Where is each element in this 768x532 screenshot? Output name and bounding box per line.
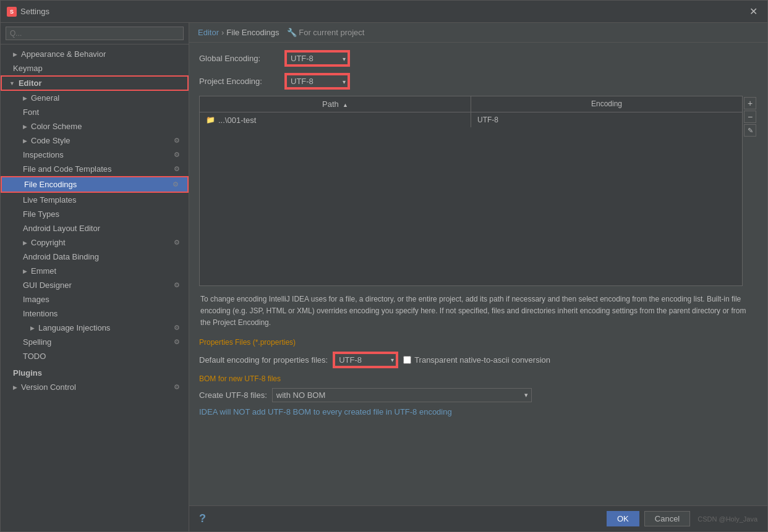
sidebar-item-plugins[interactable]: Plugins xyxy=(1,366,189,380)
sidebar-item-label: Live Templates xyxy=(23,195,76,205)
col-encoding-header: Encoding xyxy=(471,96,742,112)
expand-icon: ▶ xyxy=(13,51,17,57)
expand-icon: ▶ xyxy=(23,95,27,101)
global-encoding-select-wrapper: UTF-8 ISO-8859-1 UTF-16 xyxy=(284,50,350,67)
sidebar-item-font[interactable]: Font xyxy=(1,105,189,119)
edit-row-button[interactable]: ✎ xyxy=(744,124,756,137)
sidebar-item-label: Spelling xyxy=(23,337,51,347)
default-encoding-select-wrapper: UTF-8 ISO-8859-1 UTF-16 xyxy=(333,352,398,368)
sidebar-item-label: Version Control xyxy=(21,382,76,392)
sidebar-item-file-types[interactable]: File Types xyxy=(1,207,189,221)
sidebar-item-spelling[interactable]: Spelling ⚙ xyxy=(1,335,189,349)
help-button[interactable]: ? xyxy=(199,512,206,525)
sidebar-item-intentions[interactable]: Intentions xyxy=(1,306,189,321)
create-utf8-select-wrapper: with NO BOM with BOM xyxy=(272,388,532,402)
sidebar-section-main: ▶ Appearance & Behavior Keymap ▼ Editor … xyxy=(1,44,189,397)
for-project-icon: 🔧 xyxy=(287,28,297,37)
sidebar-item-label: Android Data Binding xyxy=(23,252,99,261)
config-icon2: ⚙ xyxy=(173,165,181,174)
bottom-bar: ? OK Cancel CSDN @Holy_Java xyxy=(189,505,767,531)
default-encoding-select[interactable]: UTF-8 ISO-8859-1 UTF-16 xyxy=(334,353,397,367)
close-button[interactable]: ✕ xyxy=(746,4,761,19)
settings-icon: ⚙ xyxy=(173,137,181,145)
folder-icon: 📁 xyxy=(206,116,215,124)
add-row-button[interactable]: + xyxy=(744,97,756,109)
encoding-table-wrapper: Path ▲ Encoding 📁 ...\001-test xyxy=(199,96,757,293)
project-encoding-select[interactable]: UTF-8 ISO-8859-1 UTF-16 xyxy=(286,74,349,88)
ok-button[interactable]: OK xyxy=(607,511,639,526)
sidebar-item-editor[interactable]: ▼ Editor xyxy=(1,75,189,91)
sidebar-item-live-templates[interactable]: Live Templates xyxy=(1,193,189,207)
breadcrumb-parent[interactable]: Editor xyxy=(198,28,219,37)
sidebar-item-label: Intentions xyxy=(23,309,58,318)
create-utf8-label: Create UTF-8 files: xyxy=(199,391,267,400)
transparent-checkbox-label[interactable]: Transparent native-to-ascii conversion xyxy=(403,355,550,365)
sidebar-item-label: File and Code Templates xyxy=(23,164,112,174)
sidebar-item-file-code-templates[interactable]: File and Code Templates ⚙ xyxy=(1,162,189,176)
sidebar-item-file-encodings[interactable]: File Encodings ⚙ xyxy=(1,176,189,193)
sidebar-item-label: Color Scheme xyxy=(31,122,82,131)
sidebar: ▶ Appearance & Behavior Keymap ▼ Editor … xyxy=(1,23,189,531)
project-encoding-select-wrapper: UTF-8 ISO-8859-1 UTF-16 xyxy=(284,73,350,90)
bom-section: BOM for new UTF-8 files Create UTF-8 fil… xyxy=(199,374,757,418)
sidebar-item-label: Appearance & Behavior xyxy=(21,49,106,59)
bom-row: Create UTF-8 files: with NO BOM with BOM xyxy=(199,388,757,402)
table-header: Path ▲ Encoding xyxy=(200,96,742,112)
sidebar-item-label: Code Style xyxy=(31,136,70,145)
default-encoding-label: Default encoding for properties files: xyxy=(199,355,328,365)
cancel-button[interactable]: Cancel xyxy=(644,511,690,526)
sidebar-item-copyright[interactable]: ▶ Copyright ⚙ xyxy=(1,235,189,250)
sidebar-item-appearance[interactable]: ▶ Appearance & Behavior xyxy=(1,47,189,61)
config-icon: ⚙ xyxy=(173,151,181,159)
sidebar-item-label: Copyright xyxy=(31,238,66,247)
sidebar-item-label: Editor xyxy=(19,78,42,88)
main-content: ▶ Appearance & Behavior Keymap ▼ Editor … xyxy=(1,23,767,531)
sidebar-item-label: Images xyxy=(23,295,49,304)
breadcrumb: Editor › File Encodings 🔧 For current pr… xyxy=(189,23,767,43)
sort-arrow: ▲ xyxy=(343,102,348,108)
config-icon8: ⚙ xyxy=(173,383,181,392)
sidebar-item-language-injections[interactable]: ▶ Language Injections ⚙ xyxy=(1,321,189,335)
title-bar: S Settings ✕ xyxy=(1,1,767,23)
sidebar-item-code-style[interactable]: ▶ Code Style ⚙ xyxy=(1,133,189,148)
sidebar-item-android-data-binding[interactable]: Android Data Binding xyxy=(1,250,189,264)
remove-row-button[interactable]: − xyxy=(744,111,756,123)
sidebar-item-gui-designer[interactable]: GUI Designer ⚙ xyxy=(1,278,189,292)
create-utf8-select[interactable]: with NO BOM with BOM xyxy=(272,388,532,402)
transparent-checkbox[interactable] xyxy=(403,356,411,364)
sidebar-item-todo[interactable]: TODO xyxy=(1,349,189,363)
config-icon6: ⚙ xyxy=(173,324,181,332)
props-row: Default encoding for properties files: U… xyxy=(199,352,757,368)
watermark: CSDN @Holy_Java xyxy=(698,515,757,523)
properties-section-title: Properties Files (*.properties) xyxy=(199,338,757,347)
expand-icon: ▶ xyxy=(23,138,27,144)
table-row[interactable]: 📁 ...\001-test UTF-8 xyxy=(200,112,742,127)
app-icon: S xyxy=(7,7,17,17)
global-encoding-select[interactable]: UTF-8 ISO-8859-1 UTF-16 xyxy=(286,51,349,65)
sidebar-item-color-scheme[interactable]: ▶ Color Scheme xyxy=(1,119,189,133)
config-icon7: ⚙ xyxy=(173,338,181,347)
sidebar-item-emmet[interactable]: ▶ Emmet xyxy=(1,264,189,278)
panel-content: Global Encoding: UTF-8 ISO-8859-1 UTF-16… xyxy=(189,43,767,505)
sidebar-item-label: Android Layout Editor xyxy=(23,224,100,233)
sidebar-item-images[interactable]: Images xyxy=(1,292,189,306)
table-cell-path: 📁 ...\001-test xyxy=(200,112,471,127)
sidebar-item-label: General xyxy=(31,93,59,103)
properties-section: Properties Files (*.properties) Default … xyxy=(199,338,757,368)
sidebar-item-label: Font xyxy=(23,108,39,117)
expand-icon: ▶ xyxy=(23,124,27,130)
sidebar-item-keymap[interactable]: Keymap xyxy=(1,61,189,75)
global-encoding-label: Global Encoding: xyxy=(199,54,279,63)
sidebar-item-version-control[interactable]: ▶ Version Control ⚙ xyxy=(1,380,189,394)
dialog-title: Settings xyxy=(20,7,49,16)
col-path-header: Path ▲ xyxy=(200,96,471,112)
expand-icon: ▶ xyxy=(23,240,27,246)
project-encoding-row: Project Encoding: UTF-8 ISO-8859-1 UTF-1… xyxy=(199,73,757,90)
breadcrumb-note: 🔧 For current project xyxy=(287,28,365,37)
project-encoding-label: Project Encoding: xyxy=(199,77,279,86)
sidebar-item-inspections[interactable]: Inspections ⚙ xyxy=(1,148,189,162)
config-icon4: ⚙ xyxy=(173,239,181,247)
sidebar-item-android-layout[interactable]: Android Layout Editor xyxy=(1,221,189,235)
search-input[interactable] xyxy=(6,27,184,40)
sidebar-item-general[interactable]: ▶ General xyxy=(1,91,189,105)
